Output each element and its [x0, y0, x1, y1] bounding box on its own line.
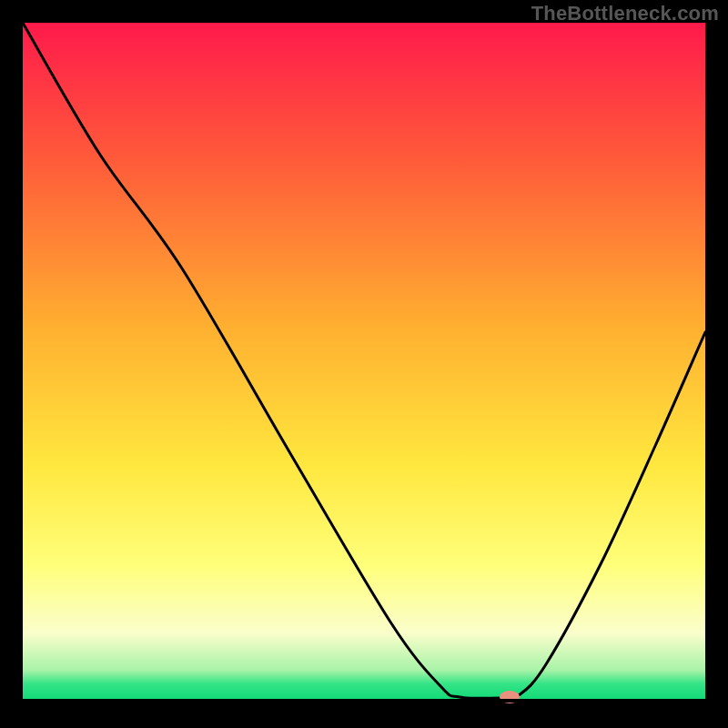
bottleneck-chart — [0, 0, 728, 728]
x-axis — [23, 699, 705, 703]
gradient-background — [23, 23, 705, 701]
chart-frame: TheBottleneck.com — [0, 0, 728, 728]
watermark-text: TheBottleneck.com — [531, 2, 719, 25]
